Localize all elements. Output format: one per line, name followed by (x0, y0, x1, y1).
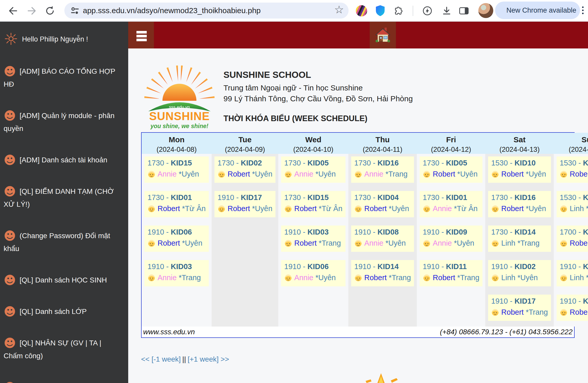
entry-time: 1910 (560, 297, 576, 305)
home-button[interactable] (370, 22, 396, 48)
entry-class-link[interactable]: KID01 (171, 193, 192, 202)
entry-teacher-link[interactable]: Robert (294, 204, 317, 213)
schedule-slot: 1730 - KID01Annie*Từ Ân (417, 191, 485, 223)
side-panel-icon[interactable] (457, 4, 471, 18)
entry-teacher-link[interactable]: Annie (433, 204, 452, 213)
entry-teacher-link[interactable]: Robert (364, 273, 387, 282)
entry-teacher-link[interactable]: Robert (501, 204, 524, 213)
entry-teacher-link[interactable]: Robert (294, 239, 317, 247)
entry-class-link[interactable]: KID06 (171, 228, 192, 236)
entry-teacher-link[interactable]: Robert (158, 239, 180, 247)
entry-class-link[interactable]: KID11 (583, 262, 588, 271)
entry-teacher-link[interactable]: Robert (570, 239, 588, 247)
next-week-link[interactable]: [+1 week] >> (188, 355, 229, 363)
hamburger-menu-button[interactable] (128, 22, 154, 48)
sidebar-item-7[interactable]: ☻[QL] Danh sách LỚP (4, 305, 120, 318)
sidebar-item-3[interactable]: ☻[ADM] Danh sách tài khoản (4, 154, 120, 166)
entry-teacher-link[interactable]: Annie (158, 170, 177, 178)
entry-teacher-link[interactable]: Robert (228, 170, 250, 178)
sidebar-item-8[interactable]: ☻[QL] NHÂN SỰ (GV | TA | Chấm công) (4, 337, 120, 362)
entry-teacher-link[interactable]: Robert (228, 204, 250, 213)
energy-saver-icon[interactable] (420, 4, 435, 18)
entry-class-link[interactable]: KID09 (446, 228, 467, 236)
entry-teacher-link[interactable]: Annie (158, 273, 177, 282)
entry-class-link[interactable]: KID15 (171, 159, 192, 167)
entry-class-link[interactable]: KID01 (446, 193, 467, 202)
entry-dash: - (439, 228, 446, 236)
entry-teacher-link[interactable]: Linh (570, 204, 584, 213)
entry-teacher-link[interactable]: Linh (570, 273, 584, 282)
school-subtitle: Trung tâm Ngoại ngữ - Tin học Sunshine (223, 84, 413, 92)
entry-class-link[interactable]: KID02 (514, 262, 535, 271)
entry-teacher-link[interactable]: Robert (501, 170, 524, 178)
sidebar-item-5[interactable]: ☻(Change Password) Đổi mật khẩu (4, 229, 120, 255)
reload-button[interactable] (43, 4, 57, 18)
prev-week-link[interactable]: << [-1 week] (141, 355, 181, 363)
entry-teacher-link[interactable]: Robert (501, 308, 524, 317)
entry-teacher-link[interactable]: Annie (433, 239, 452, 247)
entry-class-link[interactable]: KID15 (307, 193, 328, 202)
entry-class-link[interactable]: KID05 (446, 159, 467, 167)
day-header: Sat(2024-04-13) (485, 133, 554, 154)
smiley-icon: ☻ (4, 305, 16, 319)
entry-class-link[interactable]: KID03 (307, 228, 328, 236)
profile-avatar[interactable] (478, 3, 493, 18)
entry-class-link[interactable]: KID08 (377, 228, 399, 236)
download-icon[interactable] (439, 4, 454, 18)
entry-class-link[interactable]: KID08 (583, 228, 588, 236)
extensions-puzzle-icon[interactable] (392, 4, 406, 18)
sidebar-item-9[interactable]: ☻(test) Xem thời khóa biểu (4, 381, 120, 383)
entry-class-link[interactable]: KID05 (307, 159, 328, 167)
entry-class-link[interactable]: KID02 (241, 159, 262, 167)
entry-teacher-link[interactable]: Linh (501, 273, 515, 282)
entry-teacher-link[interactable]: Robert (433, 170, 455, 178)
entry-class-link[interactable]: KID14 (377, 262, 399, 271)
entry-class-link[interactable]: KID14 (514, 228, 535, 236)
shield-extension-icon[interactable] (373, 4, 387, 18)
entry-class-link[interactable]: KID04 (377, 193, 399, 202)
entry-teacher-link[interactable]: Annie (364, 239, 383, 247)
entry-teacher-link[interactable]: Linh (501, 239, 515, 247)
schedule-entry: 1910 - KID11Linh*Uyên (557, 260, 588, 286)
sidebar-item-2[interactable]: ☻[ADM] Quản lý module - phân quyền (4, 109, 120, 135)
sidebar-item-1[interactable]: ☻[ADM] BÁO CÁO TỔNG HỢP HĐ (4, 65, 120, 91)
entry-teacher-link[interactable]: Annie (294, 170, 313, 178)
entry-class-link[interactable]: KID16 (514, 193, 535, 202)
entry-class-link[interactable]: KID11 (446, 262, 467, 271)
chrome-update-button[interactable]: New Chrome available (495, 2, 580, 19)
entry-room: *Từ Ân (454, 204, 478, 213)
entry-teacher-link[interactable]: Robert (364, 204, 387, 213)
entry-class-link[interactable]: KID17 (241, 193, 262, 202)
smiley-icon: ☻ (4, 153, 16, 167)
schedule-slot (212, 255, 278, 287)
entry-class-link[interactable]: KID06 (307, 262, 328, 271)
back-button[interactable] (6, 4, 20, 18)
sidebar-item-4[interactable]: ☻[QL] ĐIỂM DANH TẠM (CHỜ XỬ LÝ!) (4, 185, 120, 211)
entry-class-link[interactable]: KID03 (171, 262, 192, 271)
entry-teacher-link[interactable]: Robert (158, 204, 180, 213)
color-circle-extension-icon[interactable] (356, 5, 367, 16)
url-bar[interactable]: app.sss.edu.vn/adsyo/newmod23_thoikhoabi… (64, 3, 349, 19)
bookmark-star-icon[interactable]: ☆ (334, 3, 344, 16)
site-info-icon[interactable] (70, 6, 80, 17)
entry-class-link[interactable]: KID07 (583, 159, 588, 167)
schedule-slot: 1910 - KID09Annie*Uyên (417, 226, 485, 257)
entry-dash: - (234, 159, 241, 167)
entry-teacher-link[interactable]: Robert (433, 273, 455, 282)
entry-teacher-link[interactable]: Robert (570, 308, 588, 317)
browser-menu-dots-icon[interactable] (582, 6, 584, 14)
entry-teacher-link[interactable]: Annie (294, 273, 313, 282)
sidebar-item-6[interactable]: ☻[QL] Danh sách HỌC SINH (4, 274, 120, 287)
entry-class-link[interactable]: KID10 (514, 159, 535, 167)
entry-class-link[interactable]: KID16 (377, 159, 399, 167)
forward-button[interactable] (25, 4, 39, 18)
schedule-slot: 1910 - KID03Robert*Trang (278, 226, 348, 257)
entry-room: *Uyên (454, 239, 474, 247)
entry-room: *Trang (179, 273, 201, 282)
entry-class-link[interactable]: KID09 (583, 297, 588, 305)
entry-class-link[interactable]: KID17 (514, 297, 535, 305)
url-text[interactable]: app.sss.edu.vn/adsyo/newmod23_thoikhoabi… (83, 6, 261, 15)
entry-teacher-link[interactable]: Robert (570, 170, 588, 178)
entry-teacher-link[interactable]: Annie (364, 170, 383, 178)
entry-class-link[interactable]: KID10 (583, 193, 588, 202)
